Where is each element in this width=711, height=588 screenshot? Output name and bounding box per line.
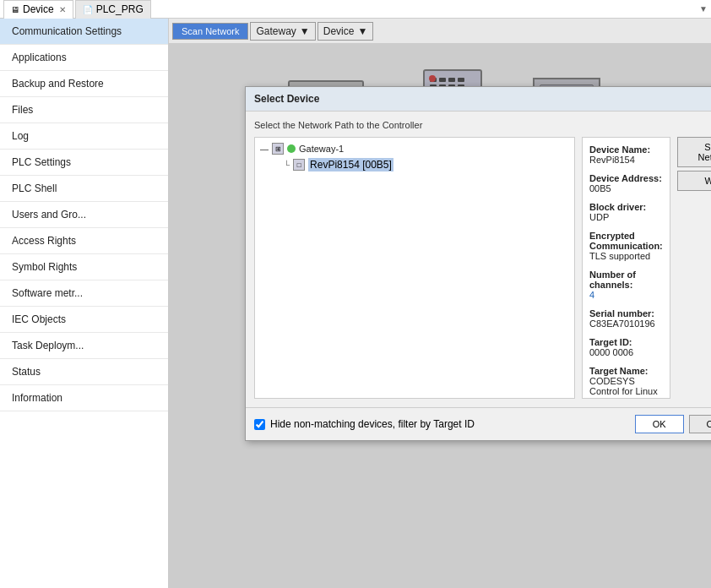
tree-expand[interactable]: — (260, 144, 269, 154)
tab-plc-prg[interactable]: 📄 PLC_PRG (75, 0, 151, 19)
sidebar-item-users[interactable]: Users and Gro... (0, 202, 168, 228)
sidebar-item-task[interactable]: Task Deploym... (0, 333, 168, 359)
tree-gateway-icon: ⊞ (272, 143, 284, 155)
sidebar-item-iec[interactable]: IEC Objects (0, 307, 168, 333)
tab-device-close[interactable]: ✕ (59, 5, 66, 14)
modal-header: Select Device ✕ (246, 87, 711, 112)
encrypted-comm-value: TLS supported (589, 251, 663, 261)
modal-footer: Hide non-matching devices, filter by Tar… (246, 407, 711, 440)
hide-nonmatching-label: Hide non-matching devices, filter by Tar… (270, 418, 475, 430)
sidebar: Communication Settings Applications Back… (0, 19, 169, 588)
device-tab-icon: 🖥 (11, 5, 19, 14)
target-id-label: Target ID: (589, 337, 663, 347)
device-address-field: Device Address: 00B5 (589, 173, 663, 193)
device-address-label: Device Address: (589, 173, 663, 183)
device-dropdown-arrow: ▼ (357, 25, 367, 37)
num-channels-value: 4 (589, 290, 663, 300)
wink-button[interactable]: Wink (677, 171, 711, 191)
title-bar-dropdown[interactable]: ▼ (699, 4, 708, 14)
tree-child-label[interactable]: RevPi8154 [00B5] (308, 158, 393, 172)
sidebar-item-files[interactable]: Files (0, 97, 168, 123)
target-name-field: Target Name: CODESYS Control for Linux A… (589, 366, 663, 399)
tree-device-icon: □ (293, 159, 305, 171)
device-name-value: RevPi8154 (589, 155, 663, 165)
serial-num-label: Serial number: (589, 308, 663, 318)
network-area: Gateway (169, 44, 711, 588)
num-channels-label: Number of channels: (589, 270, 663, 290)
tree-root: — ⊞ Gateway-1 (260, 143, 569, 155)
device-name-field: Device Name: RevPi8154 (589, 144, 663, 165)
device-address-value: 00B5 (589, 183, 663, 193)
target-id-value: 0000 0006 (589, 347, 663, 357)
sidebar-item-plcshell[interactable]: PLC Shell (0, 176, 168, 202)
ok-button[interactable]: OK (635, 415, 684, 433)
sidebar-item-plcsettings[interactable]: PLC Settings (0, 150, 168, 176)
encrypted-comm-label: Encrypted Communication: (589, 231, 663, 251)
action-buttons: Scan Network Wink (677, 137, 711, 399)
target-id-field: Target ID: 0000 0006 (589, 337, 663, 357)
tab-device[interactable]: 🖥 Device ✕ (3, 0, 73, 19)
plc-tab-icon: 📄 (83, 5, 93, 14)
sidebar-item-information[interactable]: Information (0, 385, 168, 411)
tree-line: └ (284, 161, 290, 170)
serial-num-field: Serial number: C83EA7010196 (589, 308, 663, 329)
select-device-modal: Select Device ✕ Select the Network Path … (245, 86, 711, 441)
tree-child: └ □ RevPi8154 [00B5] (284, 158, 569, 172)
checkbox-row: Hide non-matching devices, filter by Tar… (254, 418, 475, 430)
sidebar-item-backup[interactable]: Backup and Restore (0, 71, 168, 97)
content-area: Scan Network Gateway ▼ Device ▼ (169, 19, 711, 588)
block-driver-label: Block driver: (589, 202, 663, 212)
tab-device-label: Device (23, 3, 54, 15)
toolbar: Scan Network Gateway ▼ Device ▼ (169, 19, 711, 44)
modal-title: Select Device (254, 93, 319, 105)
device-name-label: Device Name: (589, 144, 663, 155)
scan-network-modal-button[interactable]: Scan Network (677, 137, 711, 167)
detail-panel: Device Name: RevPi8154 Device Address: 0… (582, 137, 670, 399)
tab-plc-label: PLC_PRG (96, 3, 144, 15)
sidebar-item-symbol[interactable]: Symbol Rights (0, 254, 168, 280)
modal-content: — ⊞ Gateway-1 └ □ RevPi8154 [00B5] (254, 137, 711, 399)
title-bar: 🖥 Device ✕ 📄 PLC_PRG ▼ (0, 0, 711, 19)
tree-green-dot (287, 144, 296, 153)
main-container: Communication Settings Applications Back… (0, 19, 711, 588)
sidebar-item-software[interactable]: Software metr... (0, 280, 168, 307)
block-driver-value: UDP (589, 212, 663, 222)
modal-subtitle: Select the Network Path to the Controlle… (254, 120, 711, 130)
gateway-dropdown[interactable]: Gateway ▼ (250, 22, 315, 41)
footer-buttons: OK Cancel (635, 415, 711, 433)
sidebar-item-applications[interactable]: Applications (0, 45, 168, 71)
hide-nonmatching-checkbox[interactable] (254, 419, 265, 430)
sidebar-item-log[interactable]: Log (0, 123, 168, 150)
gateway-dropdown-arrow: ▼ (300, 25, 310, 37)
target-name-value: CODESYS Control for Linux ARM SL (589, 376, 663, 399)
modal-body: Select the Network Path to the Controlle… (246, 112, 711, 407)
cancel-button[interactable]: Cancel (689, 415, 711, 433)
tree-panel: — ⊞ Gateway-1 └ □ RevPi8154 [00B5] (254, 137, 575, 399)
sidebar-item-access[interactable]: Access Rights (0, 228, 168, 254)
tree-root-label[interactable]: Gateway-1 (299, 144, 344, 154)
scan-network-button[interactable]: Scan Network (172, 23, 248, 40)
block-driver-field: Block driver: UDP (589, 202, 663, 222)
device-dropdown[interactable]: Device ▼ (318, 22, 374, 41)
sidebar-item-status[interactable]: Status (0, 359, 168, 385)
encrypted-comm-field: Encrypted Communication: TLS supported (589, 231, 663, 261)
modal-overlay: Select Device ✕ Select the Network Path … (169, 44, 711, 588)
serial-num-value: C83EA7010196 (589, 318, 663, 329)
target-name-label: Target Name: (589, 366, 663, 376)
sidebar-item-communication[interactable]: Communication Settings (0, 19, 168, 45)
num-channels-field: Number of channels: 4 (589, 270, 663, 300)
